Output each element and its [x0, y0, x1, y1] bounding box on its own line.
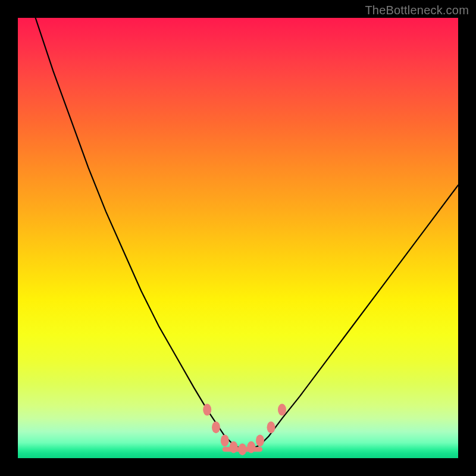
curve-marker [267, 421, 275, 433]
curve-marker [230, 441, 238, 453]
curve-marker [238, 443, 246, 455]
watermark-text: TheBottleneck.com [365, 4, 469, 17]
curve-marker [247, 441, 255, 453]
curve-marker [212, 421, 220, 433]
curve-marker [256, 434, 264, 446]
line-layer [36, 18, 458, 449]
marker-layer [203, 404, 286, 456]
curve-marker [278, 404, 286, 416]
chart-frame: TheBottleneck.com [0, 0, 476, 476]
chart-svg [18, 18, 458, 458]
bottleneck-curve-path [36, 18, 458, 449]
curve-marker [221, 434, 229, 446]
curve-marker [203, 404, 211, 416]
plot-area [18, 18, 458, 458]
